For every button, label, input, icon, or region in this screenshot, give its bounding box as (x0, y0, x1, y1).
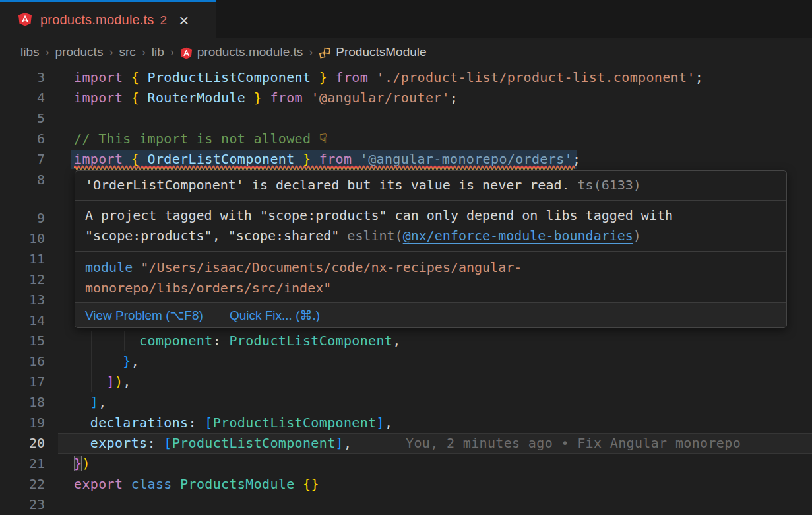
code-line-15[interactable]: 15component: ProductListComponent, (0, 331, 812, 351)
code-token: } (311, 69, 335, 85)
line-number: 3 (0, 67, 45, 88)
line-number: 9 (0, 208, 45, 228)
eslint-message-line2: "scope:products", "scope:shared" (85, 228, 347, 244)
line-number: 13 (0, 290, 45, 310)
code-token: ProductsModule (180, 476, 294, 492)
indent-guide (75, 372, 75, 392)
line-number: 12 (0, 269, 45, 290)
breadcrumb-item-src[interactable]: src (119, 45, 135, 59)
code-token: ProductListComponent (172, 435, 336, 451)
code-token: [ (204, 415, 212, 430)
code-token: , (392, 333, 400, 349)
tab-error-count-badge: 2 (160, 13, 168, 28)
code-text: // This import is not allowed ☟ (74, 129, 327, 149)
code-token: ProductListComponent (213, 415, 377, 430)
tab-products-module[interactable]: products.module.ts 2 × (0, 0, 216, 38)
code-token: { (131, 69, 148, 85)
git-blame-annotation: You, 2 minutes ago • Fix Angular monorep… (406, 433, 741, 454)
code-token: : (188, 415, 204, 430)
angular-icon (180, 47, 193, 59)
indent-guide (108, 351, 108, 372)
breadcrumb-item-products[interactable]: products (55, 45, 104, 59)
breadcrumb-item-symbol[interactable]: ProductsModule (336, 45, 426, 59)
line-number: 11 (0, 249, 45, 269)
code-text: exports: [ProductListComponent], (90, 433, 352, 454)
code-line-18[interactable]: 18], (0, 392, 812, 413)
code-line-20[interactable]: 20exports: [ProductListComponent],You, 2… (0, 433, 812, 454)
code-line-7[interactable]: 7import { OrderListComponent } from '@an… (0, 149, 812, 170)
code-token: ☟ (319, 131, 327, 147)
indent-guide (91, 351, 92, 372)
module-keyword: module (85, 259, 141, 275)
code-text: }) (74, 454, 90, 474)
code-token: {} (303, 476, 319, 492)
class-symbol-icon (319, 47, 331, 59)
indent-guide (75, 331, 75, 351)
quick-fix-button[interactable]: Quick Fix... (⌘.) (230, 308, 320, 323)
line-number: 22 (0, 474, 45, 495)
module-path-line1: "/Users/isaac/Documents/code/nx-recipes/… (141, 259, 522, 275)
view-problem-button[interactable]: View Problem (⌥F8) (85, 308, 203, 323)
code-line-6[interactable]: 6// This import is not allowed ☟ (0, 129, 812, 149)
code-token: ) (115, 374, 123, 390)
code-text: import { ProductListComponent } from './… (74, 67, 703, 88)
code-text: declarations: [ProductListComponent], (90, 413, 393, 433)
close-icon[interactable]: × (179, 14, 189, 27)
code-line-19[interactable]: 19declarations: [ProductListComponent], (0, 413, 812, 433)
code-line-21[interactable]: 21}) (0, 454, 812, 474)
code-token: './product-list/product-list.component' (377, 69, 695, 85)
code-token: [ (164, 435, 172, 451)
line-number: 15 (0, 331, 45, 351)
code-line-22[interactable]: 22export class ProductsModule {} (0, 474, 812, 495)
code-token: : (213, 333, 230, 349)
code-token: ; (695, 69, 703, 85)
indent-guide (75, 433, 75, 454)
code-token: ] (90, 394, 98, 410)
code-line-23[interactable]: 23 (0, 495, 812, 515)
code-token: declarations (90, 415, 189, 430)
indent-guide (124, 331, 125, 351)
line-number: 19 (0, 413, 45, 433)
indent-guide (91, 372, 92, 392)
chevron-right-icon: › (46, 46, 49, 59)
code-text: ], (90, 392, 107, 413)
indent-guide (75, 392, 75, 413)
code-line-3[interactable]: 3import { ProductListComponent } from '.… (0, 67, 812, 88)
eslint-rule-link[interactable]: @nx/enforce-module-boundaries (403, 228, 633, 244)
breadcrumb-item-libs[interactable]: libs (20, 45, 40, 59)
hover-module-info: module "/Users/isaac/Documents/code/nx-r… (75, 251, 786, 302)
module-path-line2: monorepo/libs/orders/src/index" (85, 280, 331, 296)
angular-icon (18, 12, 32, 29)
code-token: { (131, 90, 148, 106)
eslint-message-line1: A project tagged with "scope:products" c… (85, 207, 673, 223)
line-number: 16 (0, 351, 45, 372)
line-number: 21 (0, 454, 45, 474)
indent-guide (91, 331, 92, 351)
code-token: from (270, 90, 311, 106)
code-text: export class ProductsModule {} (74, 474, 319, 495)
code-line-4[interactable]: 4import { RouterModule } from '@angular/… (0, 88, 812, 108)
chevron-right-icon: › (170, 46, 174, 59)
line-number: 8 (0, 170, 45, 190)
indent-guide (108, 331, 108, 351)
ts-diagnostic-message: 'OrderListComponent' is declared but its… (85, 177, 570, 193)
code-line-5[interactable]: 5 (0, 108, 812, 129)
code-token: , (123, 374, 131, 390)
line-number: 4 (0, 88, 45, 108)
code-token: component (139, 333, 213, 349)
breadcrumb-item-file[interactable]: products.module.ts (197, 45, 303, 59)
line-number: 7 (0, 149, 45, 170)
breadcrumb-item-lib[interactable]: lib (152, 45, 164, 59)
code-token: : (148, 435, 164, 451)
code-text: }, (123, 351, 139, 372)
ts-diagnostic-code: ts(6133) (578, 177, 641, 193)
code-token: , (131, 353, 139, 369)
code-token: export (74, 476, 131, 492)
tab-bar: products.module.ts 2 × (0, 0, 812, 38)
code-token: ] (377, 415, 385, 430)
line-number: 5 (0, 108, 45, 129)
tab-filename: products.module.ts (40, 13, 154, 28)
code-line-17[interactable]: 17]), (0, 372, 812, 392)
matched-bracket: } (74, 456, 82, 471)
code-line-16[interactable]: 16}, (0, 351, 812, 372)
